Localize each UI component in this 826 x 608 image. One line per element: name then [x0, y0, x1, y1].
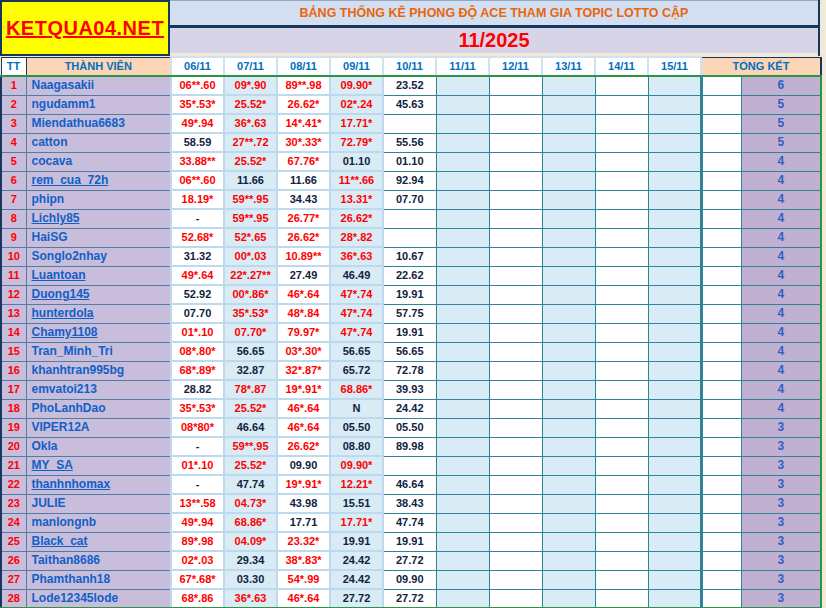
- total-cell: 4: [741, 247, 821, 266]
- member-name-link[interactable]: khanhtran995bg: [26, 361, 171, 380]
- table-row: 2ngudamm135*.53*25.52*26.62*02*.2445.635: [1, 95, 821, 114]
- total-spacer-cell: [701, 323, 741, 342]
- member-name-link[interactable]: Miendathua6683: [26, 114, 171, 133]
- total-cell: 3: [741, 494, 821, 513]
- score-cell: [489, 551, 542, 570]
- score-cell: [436, 437, 489, 456]
- score-cell: [542, 456, 595, 475]
- member-name-link[interactable]: HaiSG: [26, 228, 171, 247]
- total-spacer-cell: [701, 266, 741, 285]
- header-total: TỔNG KẾT: [701, 57, 821, 76]
- member-name-link[interactable]: ngudamm1: [26, 95, 171, 114]
- score-cell: 06**.60: [171, 76, 224, 95]
- score-cell: [542, 342, 595, 361]
- member-name-link[interactable]: rem_cua_72h: [26, 171, 171, 190]
- score-cell: 28*.82: [330, 228, 383, 247]
- member-name-link[interactable]: Lode12345lode: [26, 589, 171, 608]
- table-row: 9HaiSG52.68*52*.6526.62*28*.824: [1, 228, 821, 247]
- score-cell: 68*.89*: [171, 361, 224, 380]
- score-cell: [595, 95, 648, 114]
- table-row: 23JULIE13**.5804.73*43.9815.5138.433: [1, 494, 821, 513]
- score-cell: [542, 209, 595, 228]
- header-date-08-11: 08/11: [277, 57, 330, 76]
- member-name-link[interactable]: catton: [26, 133, 171, 152]
- score-cell: [489, 95, 542, 114]
- score-cell: 55.56: [383, 133, 436, 152]
- row-index-cell: 5: [1, 152, 26, 171]
- member-name-link[interactable]: Okla: [26, 437, 171, 456]
- member-name-link[interactable]: manlongnb: [26, 513, 171, 532]
- score-cell: [436, 361, 489, 380]
- member-name-link[interactable]: Taithan8686: [26, 551, 171, 570]
- score-cell: [489, 437, 542, 456]
- row-index-cell: 6: [1, 171, 26, 190]
- score-cell: [595, 152, 648, 171]
- member-name-link[interactable]: phipn: [26, 190, 171, 209]
- table-row: 28Lode12345lode68*.8636*.6346*.6427.7227…: [1, 589, 821, 608]
- member-name-link[interactable]: Tran_Minh_Tri: [26, 342, 171, 361]
- score-cell: 03*.30*: [277, 342, 330, 361]
- score-cell: [436, 95, 489, 114]
- score-cell: 19*.91*: [277, 475, 330, 494]
- score-cell: [489, 418, 542, 437]
- score-cell: 29.34: [224, 551, 277, 570]
- score-cell: 25.52*: [224, 95, 277, 114]
- score-cell: 32.87: [224, 361, 277, 380]
- score-cell: [595, 133, 648, 152]
- total-cell: 4: [741, 361, 821, 380]
- member-name-link[interactable]: Black_cat: [26, 532, 171, 551]
- score-cell: [595, 228, 648, 247]
- score-cell: 36*.63: [330, 247, 383, 266]
- score-cell: [542, 494, 595, 513]
- member-name-link[interactable]: Songlo2nhay: [26, 247, 171, 266]
- member-name-link[interactable]: hunterdola: [26, 304, 171, 323]
- member-name-link[interactable]: PhoLanhDao: [26, 399, 171, 418]
- member-name-link[interactable]: Chamy1108: [26, 323, 171, 342]
- member-name-link[interactable]: Luantoan: [26, 266, 171, 285]
- score-cell: 01*.10: [171, 456, 224, 475]
- member-name-link[interactable]: VIPER12A: [26, 418, 171, 437]
- table-row: 26Taithan868602*.0329.3438*.83*24.4227.7…: [1, 551, 821, 570]
- score-cell: 52*.65: [224, 228, 277, 247]
- score-cell: -: [171, 437, 224, 456]
- member-name-link[interactable]: Lichly85: [26, 209, 171, 228]
- score-cell: [489, 228, 542, 247]
- score-cell: 56.65: [224, 342, 277, 361]
- member-name-link[interactable]: Phamthanh18: [26, 570, 171, 589]
- score-cell: [595, 532, 648, 551]
- member-name-link[interactable]: cocava: [26, 152, 171, 171]
- score-cell: [542, 266, 595, 285]
- score-cell: 79.97*: [277, 323, 330, 342]
- score-cell: [648, 418, 701, 437]
- member-name-link[interactable]: JULIE: [26, 494, 171, 513]
- total-spacer-cell: [701, 133, 741, 152]
- row-index-cell: 18: [1, 399, 26, 418]
- score-cell: [542, 551, 595, 570]
- score-cell: [648, 380, 701, 399]
- score-cell: 27**.72: [224, 133, 277, 152]
- header-date-11-11: 11/11: [436, 57, 489, 76]
- table-row: 15Tran_Minh_Tri08*.80*56.6503*.30*56.655…: [1, 342, 821, 361]
- score-cell: 00*.86*: [224, 285, 277, 304]
- member-name-link[interactable]: Duong145: [26, 285, 171, 304]
- member-name-link[interactable]: Naagasakii: [26, 76, 171, 95]
- total-spacer-cell: [701, 190, 741, 209]
- table-row: 13hunterdola07.7035*.53*48*.8447*.7457.7…: [1, 304, 821, 323]
- row-index-cell: 9: [1, 228, 26, 247]
- score-cell: [542, 323, 595, 342]
- score-cell: 49*.94: [171, 513, 224, 532]
- score-cell: 07.70: [383, 190, 436, 209]
- stats-table: TTTHÀNH VIÊN06/1107/1108/1109/1110/1111/…: [0, 56, 822, 608]
- score-cell: [489, 380, 542, 399]
- score-cell: 26.62*: [277, 228, 330, 247]
- member-name-link[interactable]: emvatoi213: [26, 380, 171, 399]
- table-row: 18PhoLanhDao35*.53*25.52*46*.64N24.424: [1, 399, 821, 418]
- score-cell: [542, 513, 595, 532]
- score-cell: [542, 228, 595, 247]
- score-cell: 46*.64: [277, 285, 330, 304]
- score-cell: [595, 570, 648, 589]
- table-row: 8Lichly85-59**.9526.77*26.62*4: [1, 209, 821, 228]
- member-name-link[interactable]: MY_SA: [26, 456, 171, 475]
- score-cell: 19.91: [383, 532, 436, 551]
- member-name-link[interactable]: thanhnhomax: [26, 475, 171, 494]
